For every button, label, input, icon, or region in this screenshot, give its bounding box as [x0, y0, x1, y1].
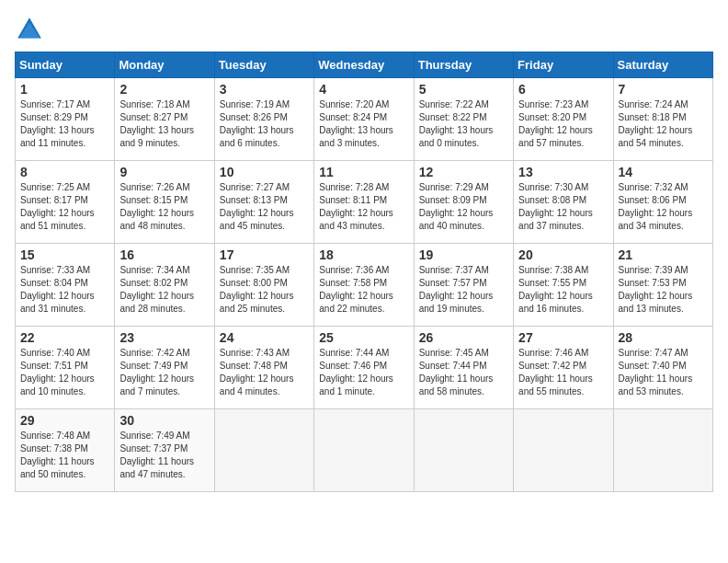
day-cell-29: 29Sunrise: 7:48 AM Sunset: 7:38 PM Dayli… [16, 409, 115, 492]
day-number: 3 [220, 82, 309, 97]
day-number: 15 [20, 247, 109, 262]
column-header-monday: Monday [115, 52, 214, 78]
day-cell-25: 25Sunrise: 7:44 AM Sunset: 7:46 PM Dayli… [314, 327, 414, 409]
day-cell-17: 17Sunrise: 7:35 AM Sunset: 8:00 PM Dayli… [214, 244, 313, 327]
day-info: Sunrise: 7:19 AM Sunset: 8:26 PM Dayligh… [220, 98, 309, 150]
day-number: 2 [119, 82, 209, 97]
day-info: Sunrise: 7:34 AM Sunset: 8:02 PM Dayligh… [119, 264, 209, 316]
day-info: Sunrise: 7:32 AM Sunset: 8:06 PM Dayligh… [619, 181, 708, 233]
day-info: Sunrise: 7:24 AM Sunset: 8:18 PM Dayligh… [619, 98, 708, 150]
day-cell-26: 26Sunrise: 7:45 AM Sunset: 7:44 PM Dayli… [414, 327, 513, 409]
week-row-1: 1Sunrise: 7:17 AM Sunset: 8:29 PM Daylig… [16, 78, 713, 161]
day-number: 4 [319, 82, 408, 97]
day-cell-21: 21Sunrise: 7:39 AM Sunset: 7:53 PM Dayli… [613, 244, 712, 327]
week-row-2: 8Sunrise: 7:25 AM Sunset: 8:17 PM Daylig… [16, 161, 713, 244]
day-cell-9: 9Sunrise: 7:26 AM Sunset: 8:15 PM Daylig… [115, 161, 214, 244]
day-cell-19: 19Sunrise: 7:37 AM Sunset: 7:57 PM Dayli… [414, 244, 513, 327]
day-number: 24 [220, 330, 309, 345]
day-number: 25 [319, 330, 408, 345]
svg-marker-1 [19, 22, 40, 39]
day-number: 22 [20, 330, 109, 345]
day-info: Sunrise: 7:29 AM Sunset: 8:09 PM Dayligh… [419, 181, 508, 233]
day-cell-11: 11Sunrise: 7:28 AM Sunset: 8:11 PM Dayli… [314, 161, 414, 244]
day-info: Sunrise: 7:23 AM Sunset: 8:20 PM Dayligh… [518, 98, 608, 150]
header [15, 15, 713, 44]
day-info: Sunrise: 7:45 AM Sunset: 7:44 PM Dayligh… [419, 347, 508, 398]
empty-cell [414, 409, 513, 492]
day-cell-7: 7Sunrise: 7:24 AM Sunset: 8:18 PM Daylig… [613, 78, 712, 161]
day-info: Sunrise: 7:48 AM Sunset: 7:38 PM Dayligh… [20, 430, 109, 481]
day-number: 5 [419, 82, 508, 97]
day-number: 16 [119, 247, 209, 262]
day-info: Sunrise: 7:30 AM Sunset: 8:08 PM Dayligh… [518, 181, 608, 233]
column-header-friday: Friday [514, 52, 613, 78]
day-cell-14: 14Sunrise: 7:32 AM Sunset: 8:06 PM Dayli… [613, 161, 712, 244]
day-info: Sunrise: 7:36 AM Sunset: 7:58 PM Dayligh… [319, 264, 408, 316]
day-number: 11 [319, 165, 408, 179]
day-number: 29 [20, 413, 109, 428]
day-number: 20 [518, 247, 608, 262]
week-row-4: 22Sunrise: 7:40 AM Sunset: 7:51 PM Dayli… [16, 327, 713, 409]
day-cell-18: 18Sunrise: 7:36 AM Sunset: 7:58 PM Dayli… [314, 244, 414, 327]
day-info: Sunrise: 7:37 AM Sunset: 7:57 PM Dayligh… [419, 264, 508, 316]
empty-cell [214, 409, 313, 492]
day-cell-16: 16Sunrise: 7:34 AM Sunset: 8:02 PM Dayli… [115, 244, 214, 327]
day-info: Sunrise: 7:43 AM Sunset: 7:48 PM Dayligh… [220, 347, 309, 398]
day-number: 9 [119, 165, 209, 179]
column-header-tuesday: Tuesday [214, 52, 313, 78]
day-cell-2: 2Sunrise: 7:18 AM Sunset: 8:27 PM Daylig… [115, 78, 214, 161]
day-info: Sunrise: 7:40 AM Sunset: 7:51 PM Dayligh… [20, 347, 109, 398]
day-number: 26 [419, 330, 508, 345]
day-number: 6 [518, 82, 608, 97]
day-number: 21 [619, 247, 708, 262]
day-info: Sunrise: 7:28 AM Sunset: 8:11 PM Dayligh… [319, 181, 408, 233]
day-info: Sunrise: 7:33 AM Sunset: 8:04 PM Dayligh… [20, 264, 109, 316]
day-cell-30: 30Sunrise: 7:49 AM Sunset: 7:37 PM Dayli… [115, 409, 214, 492]
column-header-wednesday: Wednesday [314, 52, 414, 78]
day-number: 18 [319, 247, 408, 262]
day-cell-15: 15Sunrise: 7:33 AM Sunset: 8:04 PM Dayli… [16, 244, 115, 327]
logo [15, 15, 48, 44]
day-cell-27: 27Sunrise: 7:46 AM Sunset: 7:42 PM Dayli… [514, 327, 613, 409]
day-number: 12 [419, 165, 508, 179]
empty-cell [314, 409, 414, 492]
day-cell-23: 23Sunrise: 7:42 AM Sunset: 7:49 PM Dayli… [115, 327, 214, 409]
day-number: 13 [518, 165, 608, 179]
day-number: 30 [119, 413, 209, 428]
day-cell-6: 6Sunrise: 7:23 AM Sunset: 8:20 PM Daylig… [514, 78, 613, 161]
day-number: 7 [619, 82, 708, 97]
day-cell-22: 22Sunrise: 7:40 AM Sunset: 7:51 PM Dayli… [16, 327, 115, 409]
day-cell-10: 10Sunrise: 7:27 AM Sunset: 8:13 PM Dayli… [214, 161, 313, 244]
logo-icon [15, 15, 44, 44]
day-info: Sunrise: 7:35 AM Sunset: 8:00 PM Dayligh… [220, 264, 309, 316]
day-number: 27 [518, 330, 608, 345]
day-cell-24: 24Sunrise: 7:43 AM Sunset: 7:48 PM Dayli… [214, 327, 313, 409]
day-number: 10 [220, 165, 309, 179]
day-number: 17 [220, 247, 309, 262]
day-cell-1: 1Sunrise: 7:17 AM Sunset: 8:29 PM Daylig… [16, 78, 115, 161]
day-cell-20: 20Sunrise: 7:38 AM Sunset: 7:55 PM Dayli… [514, 244, 613, 327]
day-cell-8: 8Sunrise: 7:25 AM Sunset: 8:17 PM Daylig… [16, 161, 115, 244]
day-info: Sunrise: 7:42 AM Sunset: 7:49 PM Dayligh… [119, 347, 209, 398]
day-info: Sunrise: 7:44 AM Sunset: 7:46 PM Dayligh… [319, 347, 408, 398]
day-info: Sunrise: 7:26 AM Sunset: 8:15 PM Dayligh… [119, 181, 209, 233]
day-info: Sunrise: 7:22 AM Sunset: 8:22 PM Dayligh… [419, 98, 508, 150]
day-number: 23 [119, 330, 209, 345]
day-number: 19 [419, 247, 508, 262]
column-header-thursday: Thursday [414, 52, 513, 78]
day-cell-13: 13Sunrise: 7:30 AM Sunset: 8:08 PM Dayli… [514, 161, 613, 244]
column-header-saturday: Saturday [613, 52, 712, 78]
day-info: Sunrise: 7:39 AM Sunset: 7:53 PM Dayligh… [619, 264, 708, 316]
day-cell-5: 5Sunrise: 7:22 AM Sunset: 8:22 PM Daylig… [414, 78, 513, 161]
day-info: Sunrise: 7:46 AM Sunset: 7:42 PM Dayligh… [518, 347, 608, 398]
day-cell-3: 3Sunrise: 7:19 AM Sunset: 8:26 PM Daylig… [214, 78, 313, 161]
day-info: Sunrise: 7:17 AM Sunset: 8:29 PM Dayligh… [20, 98, 109, 150]
day-info: Sunrise: 7:18 AM Sunset: 8:27 PM Dayligh… [119, 98, 209, 150]
day-cell-28: 28Sunrise: 7:47 AM Sunset: 7:40 PM Dayli… [613, 327, 712, 409]
column-header-sunday: Sunday [16, 52, 115, 78]
day-info: Sunrise: 7:27 AM Sunset: 8:13 PM Dayligh… [220, 181, 309, 233]
day-number: 28 [619, 330, 708, 345]
empty-cell [613, 409, 712, 492]
day-number: 1 [20, 82, 109, 97]
day-info: Sunrise: 7:47 AM Sunset: 7:40 PM Dayligh… [619, 347, 708, 398]
